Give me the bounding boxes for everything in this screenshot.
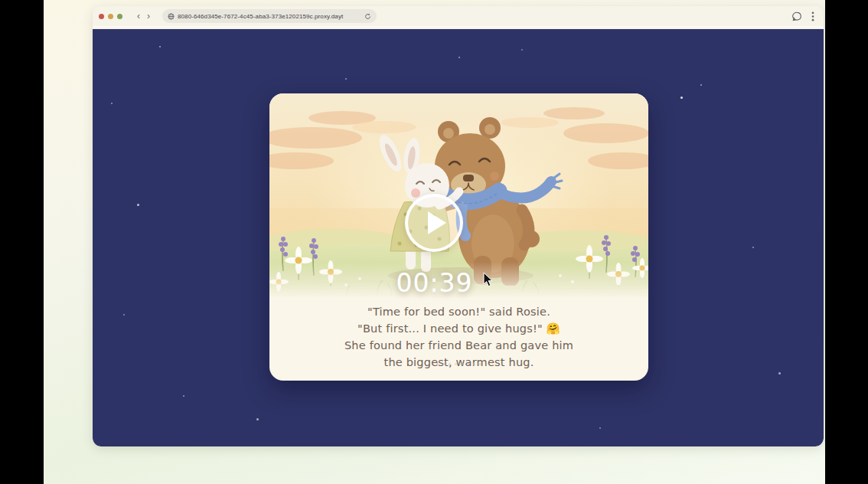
browser-toolbar: ‹ › 8080-646d345e-7672-4c45-aba3-373e120… [93,6,824,28]
play-button[interactable] [405,194,463,252]
star [778,372,781,374]
page-viewport: 00:39 "Time for bed soon!" said Rosie. "… [93,29,824,446]
star [680,96,683,99]
star [111,103,113,104]
minimize-window-button[interactable] [108,14,113,19]
star [256,418,259,420]
story-line: She found her friend Bear and gave him [269,337,648,354]
story-card: 00:39 "Time for bed soon!" said Rosie. "… [269,93,648,381]
address-bar[interactable]: 8080-646d345e-7672-4c45-aba3-373e1202159… [162,9,377,23]
star [345,78,347,80]
globe-icon [168,13,175,20]
reload-icon[interactable] [364,13,371,20]
url-text: 8080-646d345e-7672-4c45-aba3-373e1202159… [178,13,361,20]
star [458,57,460,58]
browser-window: ‹ › 8080-646d345e-7672-4c45-aba3-373e120… [93,6,824,446]
traffic-lights [99,14,122,19]
star [123,314,125,316]
star [159,46,161,47]
zoom-window-button[interactable] [117,14,122,19]
play-icon [428,211,446,234]
star [599,427,601,429]
story-line: the biggest, warmest hug. [269,354,648,371]
video-timecode: 00:39 [371,268,498,298]
story-line: "Time for bed soon!" said Rosie. [269,303,648,320]
back-icon[interactable]: ‹ [137,11,140,21]
story-line: "But first... I need to give hugs!" 🤗 [269,320,648,337]
toolbar-right-icons [792,11,816,21]
nav-buttons: ‹ › [137,11,150,21]
story-text: "Time for bed soon!" said Rosie. "But fi… [269,303,648,371]
star [183,395,184,397]
chat-bubble-icon[interactable] [792,11,802,21]
kebab-menu-icon[interactable] [811,11,814,21]
star [137,204,139,206]
star [700,84,702,86]
forward-icon[interactable]: › [147,11,150,21]
close-window-button[interactable] [99,14,104,19]
watermark [269,363,648,365]
star [752,247,754,248]
screenshot-stage: ‹ › 8080-646d345e-7672-4c45-aba3-373e120… [0,0,868,484]
desktop-background: ‹ › 8080-646d345e-7672-4c45-aba3-373e120… [44,0,825,484]
star [521,49,523,51]
